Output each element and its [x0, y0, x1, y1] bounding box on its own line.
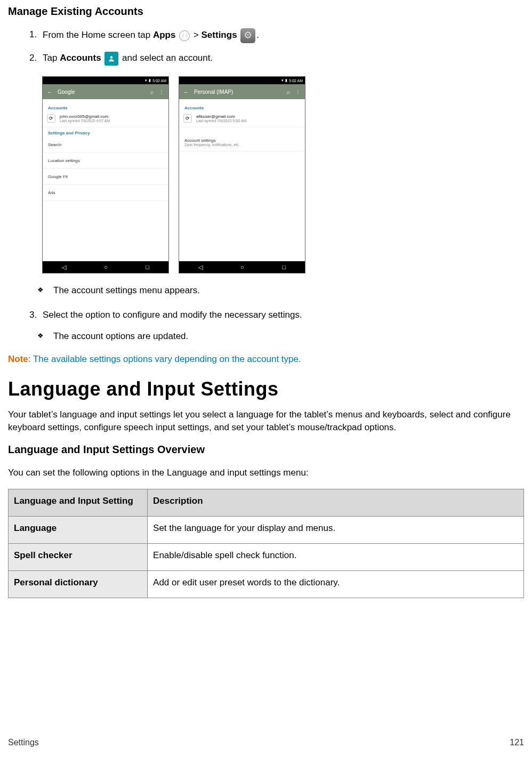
sync-icon: ⟳ — [47, 114, 55, 123]
settings-icon: ⚙ — [240, 28, 255, 43]
result-bullet-2: The account options are updated. — [37, 330, 524, 343]
screenshots-row: ▾ ▮ 5:02 AM ← Google ⌕ ⋮ Accounts ⟳ john… — [42, 76, 524, 273]
phone-app-bar: ← Personal (IMAP) ⌕ ⋮ — [179, 84, 305, 99]
note-text: : The available settings options vary de… — [28, 354, 301, 364]
cell-description: Add or edit user preset words to the dic… — [148, 570, 524, 598]
account-settings-row: Account settings Sync frequency, notific… — [179, 135, 305, 151]
appbar-title: Google — [58, 89, 75, 95]
nav-recent-icon: □ — [146, 264, 150, 270]
sync-icon: ⟳ — [183, 114, 192, 123]
search-icon: ⌕ — [150, 89, 154, 95]
table-row: Language Set the language for your displ… — [9, 516, 524, 543]
step-3: Select the option to configure and modif… — [29, 309, 524, 321]
intro-paragraph: Your tablet’s language and input setting… — [8, 408, 524, 434]
list-item: Google Fit — [43, 169, 168, 185]
battery-icon: ▮ — [285, 78, 287, 83]
table-row: Spell checker Enable/disable spell check… — [9, 543, 524, 570]
overflow-icon: ⋮ — [295, 89, 301, 95]
list-item: Search — [43, 137, 168, 153]
section-accounts-label: Accounts — [43, 102, 168, 112]
step2-prefix: Tap — [43, 53, 60, 63]
table-row: Personal dictionary Add or edit user pre… — [9, 570, 524, 598]
list-item: Ads — [43, 185, 168, 201]
account-row: ⟳ aflkuser@gmail.com Last synced 7/6/201… — [179, 112, 305, 127]
overflow-icon: ⋮ — [159, 89, 164, 95]
note-label: Note — [8, 354, 28, 364]
phone-status-bar: ▾ ▮ 5:02 AM — [179, 77, 305, 84]
status-time: 5:02 AM — [289, 79, 303, 83]
cell-description: Set the language for your display and me… — [148, 516, 524, 543]
phone-screenshot-google: ▾ ▮ 5:02 AM ← Google ⌕ ⋮ Accounts ⟳ john… — [42, 76, 169, 273]
heading-language-input: Language and Input Settings — [8, 378, 524, 400]
back-icon: ← — [47, 89, 52, 95]
step1-gt: > — [191, 30, 201, 40]
phone-status-bar: ▾ ▮ 5:02 AM — [43, 77, 168, 84]
phone-nav-bar: ◁ ○ □ — [179, 261, 305, 273]
cell-setting: Personal dictionary — [9, 570, 148, 598]
table-header-description: Description — [148, 489, 524, 516]
row-sub: Sync frequency, notifications, etc. — [184, 143, 300, 147]
section-heading-manage: Manage Existing Accounts — [8, 5, 524, 18]
step1-suffix: . — [256, 30, 259, 40]
phone-nav-bar: ◁ ○ □ — [43, 261, 168, 273]
overview-paragraph: You can set the following options in the… — [8, 466, 524, 479]
accounts-icon — [104, 52, 118, 66]
battery-icon: ▮ — [149, 78, 151, 83]
back-icon: ← — [183, 89, 189, 95]
nav-recent-icon: □ — [283, 264, 286, 270]
note-line: Note: The available settings options var… — [8, 354, 524, 365]
account-sync: Last synced 7/6/2015 5:00 AM — [196, 119, 246, 123]
wifi-icon: ▾ — [145, 78, 147, 83]
nav-home-icon: ○ — [104, 264, 108, 270]
list-item: Location settings — [43, 153, 168, 169]
table-header-setting: Language and Input Setting — [9, 489, 148, 516]
cell-description: Enable/disable spell check function. — [148, 543, 524, 570]
wifi-icon: ▾ — [281, 78, 284, 83]
row-title: Account settings — [184, 138, 300, 143]
result-bullet-1: The account settings menu appears. — [37, 284, 524, 297]
section-accounts-label: Accounts — [179, 102, 305, 112]
cell-setting: Spell checker — [9, 543, 148, 570]
apps-icon — [179, 30, 190, 41]
nav-back-icon: ◁ — [198, 264, 203, 271]
account-row: ⟳ john.xxxx005@gmail.com Last synced 7/6… — [43, 112, 168, 127]
step-2: Tap Accounts and select an account. — [29, 52, 524, 66]
heading-overview: Language and Input Settings Overview — [8, 444, 524, 456]
step1-settings: Settings — [201, 30, 237, 40]
step-1: From the Home screen tap Apps > Settings… — [29, 28, 524, 43]
phone-content: Accounts ⟳ john.xxxx005@gmail.com Last s… — [43, 99, 168, 261]
search-icon: ⌕ — [287, 89, 290, 95]
appbar-title: Personal (IMAP) — [194, 89, 233, 95]
svg-point-0 — [110, 56, 113, 59]
step1-apps: Apps — [153, 30, 176, 40]
account-email: aflkuser@gmail.com — [196, 114, 246, 119]
step1-prefix: From the Home screen tap — [43, 30, 153, 40]
footer-page-number: 121 — [510, 738, 524, 747]
settings-table: Language and Input Setting Description L… — [8, 489, 524, 598]
status-time: 5:02 AM — [152, 79, 166, 83]
nav-back-icon: ◁ — [62, 264, 66, 271]
section-privacy-label: Settings and Privacy — [43, 127, 168, 137]
footer-section: Settings — [8, 738, 39, 747]
phone-app-bar: ← Google ⌕ ⋮ — [43, 84, 168, 99]
cell-setting: Language — [9, 516, 148, 543]
account-email: john.xxxx005@gmail.com — [60, 114, 110, 119]
account-sync: Last synced 7/6/2015 4:57 AM — [60, 119, 110, 123]
step2-suffix: and select an account. — [122, 53, 213, 63]
nav-home-icon: ○ — [240, 264, 244, 270]
page-footer: Settings 121 — [8, 738, 524, 747]
phone-content: Accounts ⟳ aflkuser@gmail.com Last synce… — [179, 99, 305, 261]
phone-screenshot-imap: ▾ ▮ 5:02 AM ← Personal (IMAP) ⌕ ⋮ Accoun… — [179, 76, 305, 273]
step2-accounts: Accounts — [60, 53, 101, 63]
